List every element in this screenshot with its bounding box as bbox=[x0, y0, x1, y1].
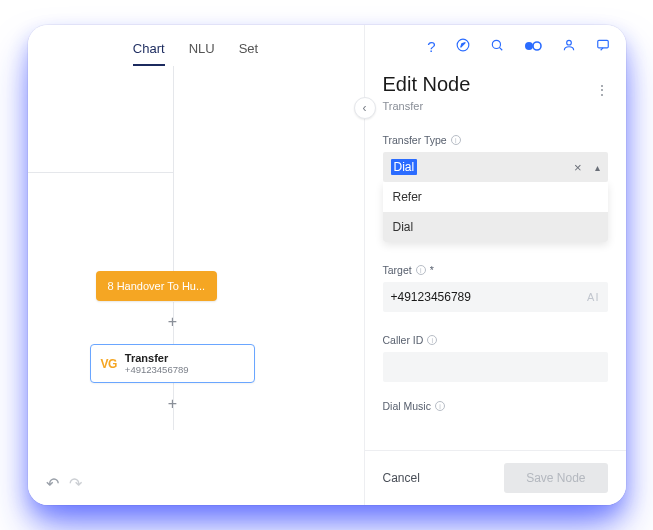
required-indicator: * bbox=[430, 264, 434, 276]
more-menu-icon[interactable]: ⋮ bbox=[595, 82, 610, 98]
panel-body: Edit Node Transfer ⋮ Transfer Type i Dia… bbox=[365, 67, 626, 450]
app-frame: Chart NLU Set 8 Handover To Hu... + VG T… bbox=[28, 25, 626, 505]
clear-icon[interactable]: × bbox=[574, 160, 582, 175]
ai-icon[interactable]: AI bbox=[587, 291, 599, 303]
node-handover-label: 8 Handover To Hu... bbox=[108, 280, 206, 292]
dropdown-option-dial[interactable]: Dial bbox=[383, 212, 608, 242]
chat-icon[interactable] bbox=[596, 38, 610, 55]
field-label-caller-id: Caller ID i bbox=[383, 334, 608, 346]
target-value: +49123456789 bbox=[391, 290, 471, 304]
field-label-target: Target i * bbox=[383, 264, 608, 276]
left-pane: Chart NLU Set 8 Handover To Hu... + VG T… bbox=[28, 25, 364, 505]
search-icon[interactable] bbox=[490, 38, 504, 55]
toggle-icon[interactable] bbox=[524, 38, 542, 55]
canvas-footer: ↶ ↷ bbox=[46, 474, 82, 493]
chevron-up-icon[interactable]: ▴ bbox=[595, 162, 600, 173]
svg-point-5 bbox=[533, 42, 541, 50]
caller-id-input[interactable] bbox=[383, 352, 608, 382]
vg-icon: VG bbox=[101, 357, 117, 371]
svg-marker-1 bbox=[460, 42, 465, 47]
connector-line bbox=[173, 66, 174, 271]
info-icon[interactable]: i bbox=[435, 401, 445, 411]
connector-line bbox=[28, 172, 173, 173]
add-node-button[interactable]: + bbox=[165, 396, 181, 412]
node-transfer-subtitle: +49123456789 bbox=[125, 364, 189, 375]
help-icon[interactable]: ? bbox=[427, 38, 435, 55]
cancel-button[interactable]: Cancel bbox=[383, 471, 420, 485]
field-label-transfer-type: Transfer Type i bbox=[383, 134, 608, 146]
node-handover[interactable]: 8 Handover To Hu... bbox=[96, 271, 218, 301]
field-label-dial-music: Dial Music i bbox=[383, 400, 608, 412]
node-transfer-title: Transfer bbox=[125, 352, 189, 364]
compass-icon[interactable] bbox=[456, 38, 470, 55]
transfer-type-dropdown: Refer Dial bbox=[383, 182, 608, 242]
undo-icon[interactable]: ↶ bbox=[46, 474, 59, 493]
svg-point-4 bbox=[525, 42, 533, 50]
svg-point-2 bbox=[492, 40, 500, 48]
panel-subtitle: Transfer bbox=[383, 100, 608, 112]
redo-icon[interactable]: ↷ bbox=[69, 474, 82, 493]
svg-line-3 bbox=[499, 47, 502, 50]
panel-title: Edit Node bbox=[383, 73, 608, 96]
transfer-type-value: Dial bbox=[391, 159, 418, 175]
panel-footer: Cancel Save Node bbox=[365, 450, 626, 505]
tab-nlu[interactable]: NLU bbox=[189, 41, 215, 66]
user-icon[interactable] bbox=[562, 38, 576, 55]
svg-point-6 bbox=[566, 40, 571, 45]
save-node-button[interactable]: Save Node bbox=[504, 463, 607, 493]
node-transfer[interactable]: VG Transfer +49123456789 bbox=[90, 344, 255, 383]
top-toolbar: ? bbox=[365, 25, 626, 67]
info-icon[interactable]: i bbox=[427, 335, 437, 345]
dropdown-option-refer[interactable]: Refer bbox=[383, 182, 608, 212]
collapse-panel-button[interactable]: ‹ bbox=[354, 97, 376, 119]
transfer-type-select[interactable]: Dial × ▴ bbox=[383, 152, 608, 182]
tab-settings[interactable]: Set bbox=[239, 41, 259, 66]
right-pane: ‹ ? Edit Node Transfer ⋮ bbox=[364, 25, 626, 505]
flow-canvas[interactable]: 8 Handover To Hu... + VG Transfer +49123… bbox=[28, 66, 364, 505]
info-icon[interactable]: i bbox=[416, 265, 426, 275]
info-icon[interactable]: i bbox=[451, 135, 461, 145]
target-input[interactable]: +49123456789 AI bbox=[383, 282, 608, 312]
add-node-button[interactable]: + bbox=[165, 314, 181, 330]
tabs: Chart NLU Set bbox=[28, 25, 364, 66]
svg-rect-7 bbox=[597, 40, 608, 48]
tab-chart[interactable]: Chart bbox=[133, 41, 165, 66]
